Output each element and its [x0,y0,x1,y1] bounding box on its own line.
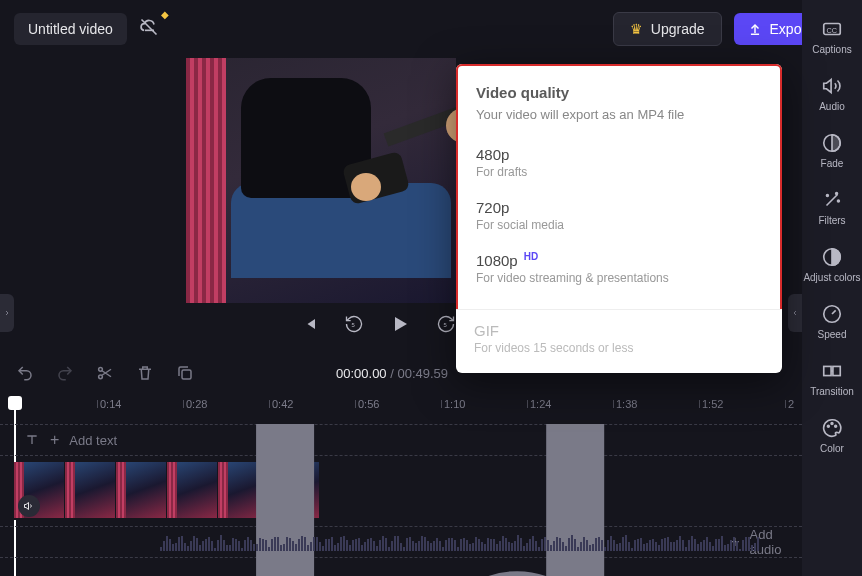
delete-button[interactable] [136,364,154,386]
copy-icon [176,364,194,382]
upgrade-label: Upgrade [651,21,705,37]
upgrade-button[interactable]: ♛ Upgrade [613,12,722,46]
wand-icon [821,189,843,211]
popup-subtitle: Your video will export as an MP4 file [476,107,762,122]
export-quality-popup: Video quality Your video will export as … [456,64,782,373]
playback-controls: 5 5 [300,312,456,340]
chevron-left-icon [791,309,799,317]
timeline-tracks: + Add text + Add audio [0,424,802,576]
gauge-icon [821,303,843,325]
audio-track[interactable]: + Add audio [0,526,802,558]
visibility-toggle[interactable]: ◆ [139,17,159,41]
tick: 0:28 [186,398,207,410]
transition-icon [821,360,843,382]
svg-text:5: 5 [352,322,355,328]
speaker-icon [23,500,35,512]
svg-rect-19 [182,370,191,379]
rewind-5-button[interactable]: 5 [344,314,364,338]
fade-icon [821,132,843,154]
undo-button[interactable] [16,364,34,386]
video-preview[interactable] [186,58,456,303]
rail-speed[interactable]: Speed [802,295,862,348]
music-icon [24,424,720,576]
duration-time: 00:49.59 [397,366,448,381]
chevron-right-icon [3,309,11,317]
rail-transition[interactable]: Transition [802,352,862,405]
current-time: 00:00.00 [336,366,387,381]
rail-adjust-colors[interactable]: Adjust colors [802,238,862,291]
contrast-icon [821,246,843,268]
play-button[interactable] [388,312,412,340]
right-sidebar: CC Captions Audio Fade Filters Adjust co… [802,0,862,576]
upload-icon [748,22,762,36]
svg-point-6 [836,193,838,195]
svg-line-0 [141,20,156,35]
rail-fade[interactable]: Fade [802,124,862,177]
tick: 2 [788,398,794,410]
svg-rect-10 [824,366,831,375]
play-icon [388,312,412,336]
speaker-icon [821,75,843,97]
quality-720p[interactable]: 720p For social media [476,189,762,242]
tick: 0:56 [358,398,379,410]
quality-1080p[interactable]: 1080pHD For video streaming & presentati… [476,242,762,295]
skip-start-button[interactable] [300,314,320,338]
top-bar: Untitled video ◆ ♛ Upgrade Export [0,0,862,58]
redo-icon [56,364,74,382]
playhead[interactable] [8,396,22,410]
svg-text:5: 5 [444,322,447,328]
popup-heading: Video quality [476,84,762,101]
tick: 1:10 [444,398,465,410]
time-display: 00:00.00 / 00:49.59 [336,366,448,381]
waveform [160,535,802,551]
clip-audio-toggle[interactable] [18,495,40,517]
svg-rect-11 [833,366,840,375]
duplicate-button[interactable] [176,364,194,386]
left-panel-expand[interactable] [0,294,14,332]
rail-audio[interactable]: Audio [802,67,862,120]
undo-icon [16,364,34,382]
skip-previous-icon [300,314,320,334]
forward-icon: 5 [436,314,456,334]
forward-5-button[interactable]: 5 [436,314,456,338]
tick: 1:24 [530,398,551,410]
premium-diamond-icon: ◆ [161,9,169,20]
hd-badge: HD [524,251,538,262]
redo-button[interactable] [56,364,74,386]
captions-icon: CC [821,18,843,40]
project-title[interactable]: Untitled video [14,13,127,45]
svg-point-12 [827,425,829,427]
quality-gif[interactable]: GIF For videos 15 seconds or less [456,309,782,373]
svg-point-18 [99,375,103,379]
tick: 1:52 [702,398,723,410]
trash-icon [136,364,154,382]
svg-point-7 [838,200,840,202]
cloud-off-icon [139,17,159,37]
quality-480p[interactable]: 480p For drafts [476,136,762,189]
tick: 1:38 [616,398,637,410]
tick: 0:14 [100,398,121,410]
rewind-icon: 5 [344,314,364,334]
rail-filters[interactable]: Filters [802,181,862,234]
right-panel-expand[interactable] [788,294,802,332]
svg-text:CC: CC [827,26,838,35]
svg-point-5 [827,195,829,197]
split-button[interactable] [96,364,114,386]
timeline-ruler[interactable]: 0:14 0:28 0:42 0:56 1:10 1:24 1:38 1:52 … [0,396,802,420]
rail-color[interactable]: Color [802,409,862,462]
svg-point-13 [831,423,833,425]
crown-icon: ♛ [630,21,643,37]
palette-icon [821,417,843,439]
svg-point-14 [835,425,837,427]
svg-point-17 [99,367,103,371]
scissors-icon [96,364,114,382]
rail-captions[interactable]: CC Captions [802,10,862,63]
tick: 0:42 [272,398,293,410]
